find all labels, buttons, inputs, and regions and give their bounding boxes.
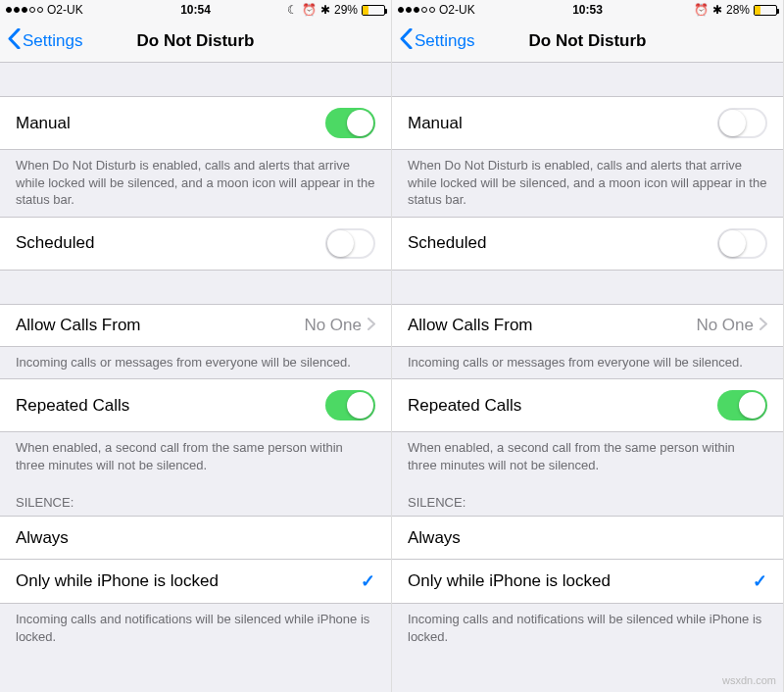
repeated-calls-toggle[interactable] — [325, 390, 375, 420]
manual-footer: When Do Not Disturb is enabled, calls an… — [392, 150, 783, 217]
alarm-icon: ⏰ — [302, 3, 317, 17]
silence-always-row[interactable]: Always — [392, 516, 783, 559]
checkmark-icon: ✓ — [361, 570, 375, 592]
scheduled-toggle[interactable] — [325, 228, 375, 259]
bluetooth-icon: ✱ — [320, 3, 330, 17]
scheduled-label: Scheduled — [16, 233, 325, 253]
carrier-label: O2-UK — [47, 3, 83, 17]
allow-calls-footer: Incoming calls or messages from everyone… — [392, 347, 783, 379]
manual-footer: When Do Not Disturb is enabled, calls an… — [0, 150, 391, 217]
silence-header: SILENCE: — [0, 481, 391, 516]
alarm-icon: ⏰ — [694, 3, 709, 17]
clock-label: 10:54 — [180, 3, 211, 17]
right-screenshot: O2-UK 10:53 ⏰ ✱ 28% Settings Do Not Dist… — [392, 0, 784, 692]
manual-label: Manual — [408, 114, 717, 133]
scheduled-row: Scheduled — [392, 217, 783, 271]
manual-toggle[interactable] — [325, 108, 375, 138]
scheduled-label: Scheduled — [408, 233, 717, 253]
battery-percent-label: 29% — [334, 3, 358, 17]
allow-calls-row[interactable]: Allow Calls From No One — [392, 304, 783, 347]
back-button[interactable]: Settings — [400, 28, 474, 54]
carrier-label: O2-UK — [439, 3, 475, 17]
status-bar: O2-UK 10:53 ⏰ ✱ 28% — [392, 0, 783, 20]
silence-locked-label: Only while iPhone is locked — [408, 571, 753, 591]
back-button[interactable]: Settings — [8, 28, 82, 54]
left-screenshot: O2-UK 10:54 ☾ ⏰ ✱ 29% Settings Do Not Di… — [0, 0, 392, 692]
manual-toggle[interactable] — [717, 108, 767, 138]
battery-icon — [362, 5, 385, 16]
allow-calls-label: Allow Calls From — [16, 316, 304, 335]
repeated-calls-row: Repeated Calls — [0, 378, 391, 432]
silence-locked-label: Only while iPhone is locked — [16, 571, 361, 591]
silence-locked-row[interactable]: Only while iPhone is locked ✓ — [392, 559, 783, 604]
bluetooth-icon: ✱ — [712, 3, 722, 17]
silence-footer: Incoming calls and notifications will be… — [0, 604, 391, 653]
allow-calls-value: No One — [696, 316, 754, 335]
repeated-calls-row: Repeated Calls — [392, 378, 783, 432]
chevron-right-icon — [368, 316, 375, 335]
battery-icon — [754, 5, 777, 16]
manual-label: Manual — [16, 114, 325, 133]
checkmark-icon: ✓ — [753, 570, 767, 592]
silence-locked-row[interactable]: Only while iPhone is locked ✓ — [0, 559, 391, 604]
manual-row: Manual — [0, 96, 391, 150]
clock-label: 10:53 — [572, 3, 603, 17]
silence-footer: Incoming calls and notifications will be… — [392, 604, 783, 653]
chevron-left-icon — [8, 28, 21, 54]
silence-always-row[interactable]: Always — [0, 516, 391, 559]
chevron-left-icon — [400, 28, 413, 54]
scheduled-row: Scheduled — [0, 217, 391, 271]
back-label: Settings — [23, 31, 82, 51]
nav-bar: Settings Do Not Disturb — [0, 20, 391, 63]
signal-strength-icon — [6, 7, 43, 13]
nav-bar: Settings Do Not Disturb — [392, 20, 783, 63]
allow-calls-footer: Incoming calls or messages from everyone… — [0, 347, 391, 379]
manual-row: Manual — [392, 96, 783, 150]
allow-calls-value: No One — [304, 316, 362, 335]
repeated-calls-footer: When enabled, a second call from the sam… — [0, 432, 391, 481]
status-bar: O2-UK 10:54 ☾ ⏰ ✱ 29% — [0, 0, 391, 20]
silence-header: SILENCE: — [392, 481, 783, 516]
moon-icon: ☾ — [287, 3, 298, 17]
signal-strength-icon — [398, 7, 435, 13]
silence-always-label: Always — [16, 528, 375, 548]
repeated-calls-footer: When enabled, a second call from the sam… — [392, 432, 783, 481]
chevron-right-icon — [760, 316, 767, 335]
repeated-calls-label: Repeated Calls — [408, 396, 717, 416]
repeated-calls-label: Repeated Calls — [16, 396, 325, 416]
repeated-calls-toggle[interactable] — [717, 390, 767, 420]
back-label: Settings — [415, 31, 474, 51]
scheduled-toggle[interactable] — [717, 228, 767, 259]
allow-calls-label: Allow Calls From — [408, 316, 696, 335]
silence-always-label: Always — [408, 528, 767, 548]
allow-calls-row[interactable]: Allow Calls From No One — [0, 304, 391, 347]
watermark: wsxdn.com — [722, 674, 776, 686]
battery-percent-label: 28% — [726, 3, 750, 17]
